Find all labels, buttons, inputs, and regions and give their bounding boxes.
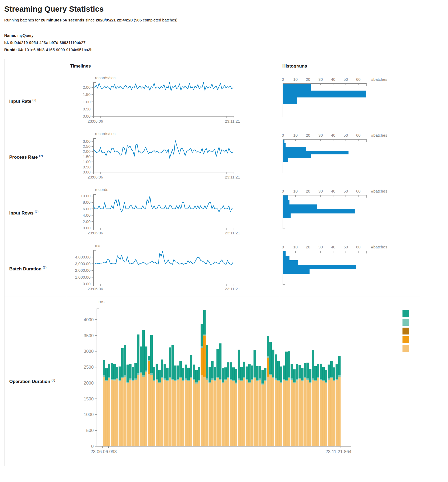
summary-start-time: 2020/05/21 22:44:28 [96,18,133,22]
batch-duration-label-cell: Batch Duration (?) [4,241,67,297]
svg-text:20: 20 [306,245,310,249]
batch-duration-histogram-cell: 0102030405060#batches [279,241,421,297]
input-rows-label-cell: Input Rows (?) [4,185,67,241]
input-rate-histogram-chart: 0102030405060#batches [279,75,421,126]
svg-text:0: 0 [91,444,94,449]
input-rate-label: Input Rate [9,99,31,104]
svg-text:3500: 3500 [84,333,94,338]
batch-duration-label: Batch Duration [9,266,42,271]
svg-text:0.00: 0.00 [83,114,90,118]
svg-text:23:06:06.093: 23:06:06.093 [90,449,117,454]
svg-text:30: 30 [318,133,323,137]
svg-text:60: 60 [356,189,361,193]
page-title: Streaming Query Statistics [4,5,444,14]
batch-duration-histogram-chart: 0102030405060#batches [279,243,421,294]
svg-text:ms: ms [98,299,105,304]
process-rate-label: Process Rate [9,155,38,160]
svg-text:30: 30 [318,189,323,193]
query-metadata: Name:myQuery Id:9d0dd219-995d-423e-b97d-… [4,32,444,53]
svg-text:20: 20 [306,77,310,82]
page: Streaming Query Statistics Running batch… [0,0,448,469]
svg-text:0: 0 [282,245,284,249]
input-rate-timeline-chart: records/sec2.001.501.000.500.0023:06:062… [67,75,279,126]
svg-text:3.00: 3.00 [83,139,90,144]
summary-duration: 26 minutes 56 seconds [41,18,84,22]
svg-text:4000: 4000 [84,317,94,322]
svg-text:1500: 1500 [84,396,94,401]
svg-text:#batches: #batches [371,189,387,193]
process-rate-help-icon[interactable]: (?) [39,154,43,157]
svg-text:30: 30 [318,77,323,82]
svg-text:records: records [95,187,108,192]
input-rate-label-cell: Input Rate (?) [4,73,67,129]
svg-text:2,000.00: 2,000.00 [75,268,90,273]
svg-text:10.00: 10.00 [80,194,90,198]
batch-duration-help-icon[interactable]: (?) [43,266,47,269]
svg-text:10: 10 [293,133,298,137]
svg-text:8.00: 8.00 [83,200,90,204]
svg-text:23:11:21: 23:11:21 [225,119,240,123]
svg-text:500: 500 [86,428,94,433]
svg-text:3000: 3000 [84,349,94,354]
operation-duration-help-icon[interactable]: (?) [52,378,55,382]
query-name-label: Name: [4,33,16,38]
input-rows-histogram-chart: 0102030405060#batches [279,187,421,238]
query-id-value: 9d0dd219-995d-423e-b97d-36931110bb27 [10,40,85,45]
svg-text:1.50: 1.50 [83,154,90,159]
svg-text:4,000.00: 4,000.00 [75,255,90,259]
svg-text:4.00: 4.00 [83,213,90,217]
svg-text:23:06:06: 23:06:06 [88,287,103,291]
operation-duration-label-cell: Operation Duration (?) [4,297,67,466]
svg-text:3,000.00: 3,000.00 [75,261,90,266]
svg-text:0.00: 0.00 [83,170,90,174]
input-rows-timeline-cell: records10.008.006.004.002.000.0023:06:06… [67,185,279,241]
input-rate-help-icon[interactable]: (?) [33,98,36,101]
process-rate-histogram-chart: 0102030405060#batches [279,131,421,182]
empty-header-cell [4,59,67,73]
svg-text:40: 40 [331,133,336,137]
svg-text:20: 20 [306,189,310,193]
svg-text:10: 10 [293,77,298,82]
operation-duration-row: Operation Duration (?) ms400035003000250… [4,297,421,466]
running-batches-summary: Running batches for 26 minutes 56 second… [4,18,444,22]
svg-text:23:11:21.864: 23:11:21.864 [325,449,351,454]
svg-text:0: 0 [282,77,284,82]
process-rate-label-cell: Process Rate (?) [4,129,67,185]
svg-text:2000: 2000 [84,381,94,386]
batch-duration-timeline-cell: ms4,000.003,000.002,000.001,000.000.0023… [67,241,279,297]
input-rows-label: Input Rows [9,211,34,216]
summary-suffix: completed batches) [142,18,178,22]
summary-open-paren: ( [133,18,135,22]
process-rate-histogram-cell: 0102030405060#batches [279,129,421,185]
svg-text:23:11:21: 23:11:21 [225,175,240,179]
input-rate-histogram-cell: 0102030405060#batches [279,73,421,129]
query-id-line: Id:9d0dd219-995d-423e-b97d-36931110bb27 [4,39,444,46]
batch-duration-row: Batch Duration (?) ms4,000.003,000.002,0… [4,241,421,297]
input-rows-help-icon[interactable]: (?) [35,210,38,213]
summary-batch-count: 505 [135,18,142,22]
svg-text:2.00: 2.00 [83,219,90,224]
svg-text:23:11:21: 23:11:21 [225,287,240,291]
input-rows-timeline-chart: records10.008.006.004.002.000.0023:06:06… [67,187,279,238]
process-rate-timeline-cell: records/sec3.002.502.001.501.000.500.002… [67,129,279,185]
query-runid-value: 04e101e6-8bf8-4165-9099-9104c951ba3b [18,47,92,52]
statistics-table: Timelines Histograms Input Rate (?) reco… [4,59,421,466]
query-runid-label: RunId: [4,47,17,52]
svg-text:6.00: 6.00 [83,207,90,211]
svg-text:50: 50 [343,77,348,82]
svg-text:2.50: 2.50 [83,144,90,149]
svg-text:23:11:21: 23:11:21 [225,231,240,235]
svg-text:50: 50 [343,189,348,193]
svg-text:60: 60 [356,245,361,249]
svg-text:1.00: 1.00 [83,159,90,164]
svg-text:#batches: #batches [371,77,387,82]
svg-text:10: 10 [293,189,298,193]
process-rate-timeline-chart: records/sec3.002.502.001.501.000.500.002… [67,131,279,182]
svg-text:0: 0 [282,133,284,137]
operation-duration-stacked-chart: ms4000350030002500200015001000500023:06:… [67,299,421,461]
summary-prefix: Running batches for [4,18,41,22]
svg-text:50: 50 [343,245,348,249]
operation-duration-label: Operation Duration [9,379,50,384]
svg-text:2.00: 2.00 [83,85,90,90]
svg-text:0: 0 [282,189,284,193]
